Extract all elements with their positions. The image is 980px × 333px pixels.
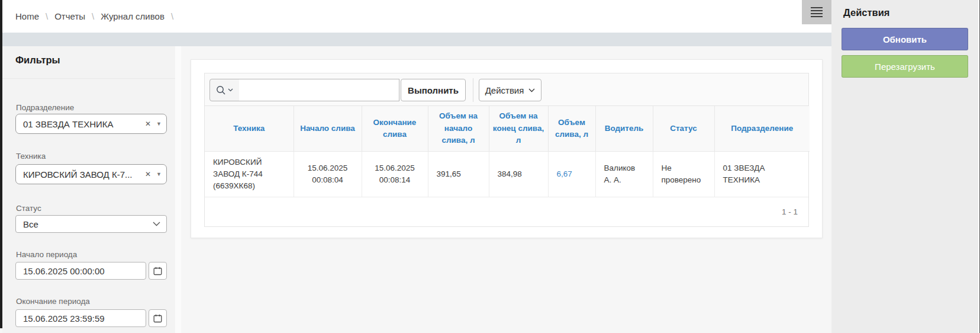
chevron-down-icon <box>228 88 233 92</box>
cell-division: 01 ЗВЕЗДА ТЕХНИКА <box>714 151 810 197</box>
actions-panel: Действия Обновить Перезагрузить <box>831 0 978 333</box>
cell-vehicle: КИРОВСКИЙ ЗАВОД К-744 (6639ХК68) <box>205 151 294 197</box>
interactive-report: Выполнить Действия Техника Начало слива <box>204 73 809 227</box>
col-header-vehicle[interactable]: Техника <box>205 106 294 151</box>
col-header-volume-start[interactable]: Объем на начало слива, л <box>428 106 489 151</box>
period-start-input[interactable] <box>15 262 146 280</box>
breadcrumb-home[interactable]: Home <box>15 11 39 21</box>
table-row: КИРОВСКИЙ ЗАВОД К-744 (6639ХК68) 15.06.2… <box>205 151 810 197</box>
col-header-drain-end[interactable]: Окончание слива <box>362 106 428 151</box>
cell-volume-end: 384,98 <box>489 151 548 197</box>
breadcrumb-separator: \ <box>92 11 94 21</box>
drain-volume-link[interactable]: 6,67 <box>557 169 572 178</box>
cell-status: Не проверено <box>653 151 714 197</box>
report-grid: Техника Начало слива Окончание слива Объ… <box>204 105 809 227</box>
hamburger-menu-icon[interactable] <box>802 0 831 24</box>
breadcrumb-separator: \ <box>46 11 48 21</box>
col-header-volume-end[interactable]: Объем на конец слива, л <box>489 106 548 151</box>
header-divider-band <box>2 33 831 46</box>
breadcrumb-reports[interactable]: Отчеты <box>54 11 85 21</box>
division-value: 01 ЗВЕЗДА ТЕХНИКА <box>23 119 143 129</box>
clear-icon[interactable]: ✕ <box>145 120 151 128</box>
period-end-label: Окончание периода <box>16 297 90 306</box>
division-combobox[interactable]: 01 ЗВЕЗДА ТЕХНИКА ✕ ▼ <box>15 114 167 134</box>
breadcrumb-drain-log[interactable]: Журнал сливов <box>101 11 165 21</box>
refresh-button[interactable]: Обновить <box>842 28 968 50</box>
col-header-drain-volume[interactable]: Объем слива, л <box>548 106 595 151</box>
cell-drain-start: 15.06.2025 00:08:04 <box>294 151 362 197</box>
vehicle-value: КИРОВСКИЙ ЗАВОД К-7... <box>23 169 143 180</box>
execute-button[interactable]: Выполнить <box>401 79 466 101</box>
col-header-division[interactable]: Подразделение <box>714 106 810 151</box>
calendar-icon[interactable] <box>149 262 167 280</box>
period-end-input[interactable] <box>15 309 146 327</box>
period-start-label: Начало периода <box>16 250 77 259</box>
dropdown-arrow-icon[interactable]: ▼ <box>156 121 162 127</box>
chevron-down-icon <box>528 88 535 92</box>
report-card: Выполнить Действия Техника Начало слива <box>191 59 823 238</box>
divider <box>175 46 181 333</box>
search-input[interactable] <box>239 79 399 101</box>
col-header-status[interactable]: Статус <box>653 106 714 151</box>
reload-button[interactable]: Перезагрузить <box>842 55 968 78</box>
pagination: 1 - 1 <box>205 197 808 226</box>
clear-icon[interactable]: ✕ <box>145 170 151 178</box>
status-label: Статус <box>16 204 41 213</box>
filters-sidebar: Фильтры Подразделение 01 ЗВЕЗДА ТЕХНИКА … <box>2 46 175 333</box>
division-label: Подразделение <box>16 103 74 112</box>
status-value: Все <box>23 219 153 229</box>
chevron-down-icon <box>153 222 160 226</box>
cell-driver: Валиков А. А. <box>595 151 653 197</box>
breadcrumb: Home \ Отчеты \ Журнал сливов \ <box>15 0 180 33</box>
cell-drain-volume: 6,67 <box>548 151 595 197</box>
cell-volume-start: 391,65 <box>428 151 489 197</box>
cell-drain-end: 15.06.2025 00:08:14 <box>362 151 428 197</box>
status-select[interactable]: Все <box>15 215 167 233</box>
filters-title: Фильтры <box>15 55 60 66</box>
col-header-driver[interactable]: Водитель <box>595 106 653 151</box>
actions-panel-title: Действия <box>843 7 889 18</box>
top-bar: Home \ Отчеты \ Журнал сливов \ <box>2 0 831 33</box>
divider <box>473 78 473 102</box>
search-icon <box>216 85 226 95</box>
col-header-drain-start[interactable]: Начало слива <box>294 106 362 151</box>
report-toolbar: Выполнить Действия <box>204 73 809 106</box>
vehicle-label: Техника <box>16 152 46 161</box>
dropdown-arrow-icon[interactable]: ▼ <box>156 171 162 177</box>
search-options-button[interactable] <box>209 79 240 101</box>
actions-menu-button[interactable]: Действия <box>479 79 541 101</box>
breadcrumb-separator: \ <box>171 11 173 21</box>
calendar-icon[interactable] <box>149 309 167 327</box>
vehicle-combobox[interactable]: КИРОВСКИЙ ЗАВОД К-7... ✕ ▼ <box>15 164 167 184</box>
divider <box>2 78 175 79</box>
table-header-row: Техника Начало слива Окончание слива Объ… <box>205 106 810 151</box>
